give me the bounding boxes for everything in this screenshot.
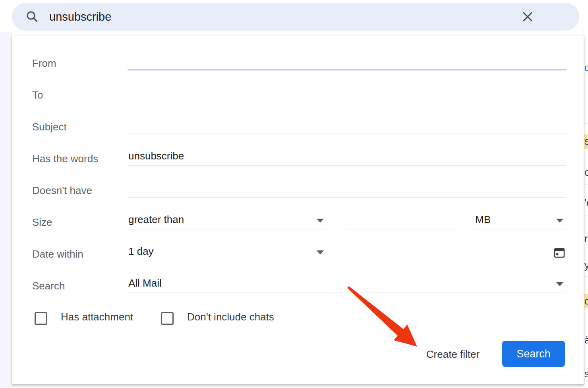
size-label: Size [32,216,52,229]
subject-label: Subject [32,120,67,133]
has-attachment-label: Has attachment [61,310,133,323]
create-filter-button[interactable]: Create filter [421,348,485,361]
dont-include-chats-label: Don't include chats [187,310,274,323]
mail-fragment: o [584,166,588,178]
size-comparator-select[interactable]: greater than [128,212,327,229]
mail-fragment-highlight: o [584,294,588,308]
size-comparator-value: greater than [128,213,184,226]
mail-fragment-highlight: s [584,134,588,149]
page-background-strip [0,32,12,388]
chevron-down-icon [556,219,563,223]
subject-input[interactable] [128,116,567,134]
doesnt-have-label: Doesn't have [32,184,92,197]
mail-fragment: ä [584,334,588,346]
search-scope-value: All Mail [128,277,162,289]
search-button[interactable]: Search [502,341,565,367]
mail-fragment: d [584,62,588,74]
gmail-search-bar [12,3,579,31]
mail-fragment: 'e [584,197,588,209]
date-range-value: 1 day [128,245,154,258]
dont-include-chats-checkbox[interactable] [161,312,174,325]
has-words-label: Has the words [32,152,98,165]
mail-fragment: s [584,368,588,380]
from-input[interactable] [128,53,567,70]
date-within-label: Date within [32,248,83,260]
chevron-down-icon [556,282,563,286]
size-amount-input[interactable] [345,212,456,229]
date-range-select[interactable]: 1 day [128,244,327,261]
to-label: To [32,89,43,101]
doesnt-have-input[interactable] [128,180,567,198]
from-label: From [32,57,56,70]
search-icon[interactable] [25,10,39,23]
has-attachment-checkbox[interactable] [35,312,47,325]
mail-fragment: n [584,233,588,244]
to-input[interactable] [128,85,567,102]
chevron-down-icon [317,250,324,254]
search-scope-select[interactable]: All Mail [128,275,567,293]
calendar-icon[interactable] [553,247,565,259]
search-scope-label: Search [32,279,65,292]
search-input[interactable] [48,10,521,24]
mail-fragment: y [584,259,588,271]
gmail-advanced-search-overlay: d s o 'e n y o ä s From To Subject [0,0,588,388]
background-mail-list-sliver: d s o 'e n y o ä s [584,32,588,388]
search-filter-panel: From To Subject Has the words Doesn't ha… [12,35,584,384]
close-search-icon[interactable] [521,10,534,23]
size-unit-select[interactable]: MB [474,212,567,229]
chevron-down-icon [317,219,324,223]
size-unit-value: MB [475,213,491,226]
has-words-input[interactable] [128,148,567,166]
date-input[interactable] [345,244,567,261]
